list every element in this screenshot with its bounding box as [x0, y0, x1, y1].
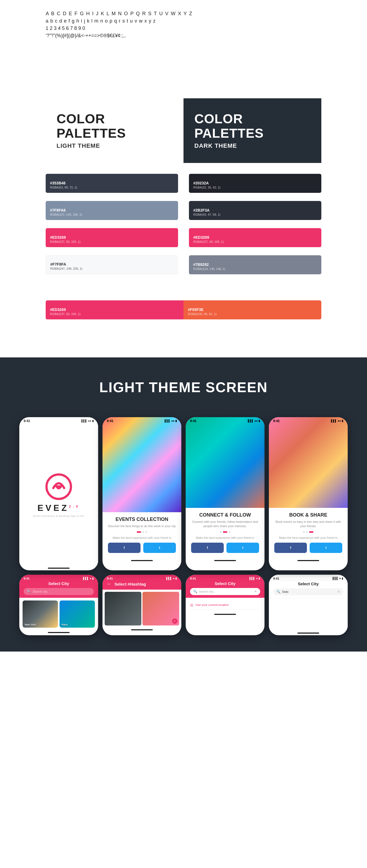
status-icons-splash: ▌▌▌ ●● ▮ [82, 419, 94, 422]
city1-grid: New York Paris [19, 598, 98, 630]
city1-header: Select City 🔍 Search city... [19, 580, 98, 598]
twitter-button-ob1[interactable]: t [143, 542, 176, 553]
signal-icon-city1: ▌▌▌ [83, 577, 89, 580]
swatch-7b8292: #7B8292 RGBA(123, 130, 146, 1) [189, 255, 321, 274]
onboard2-image: 9:41 ▌▌▌ ●● ▮ [186, 417, 264, 508]
hashtag-img-2[interactable]: ✓ [142, 592, 179, 625]
facebook-button-ob2[interactable]: f [191, 542, 224, 553]
onboard3-dots [274, 531, 342, 533]
status-icons-city3: ▌▌▌ ● ▮ [333, 577, 343, 580]
hashtag-grid: ✓ [103, 590, 181, 628]
onboard3-social-buttons: f t [274, 542, 342, 553]
battery-icon-ob3: ▮ [342, 419, 343, 422]
status-bar-onboard2: 9:41 ▌▌▌ ●● ▮ [186, 417, 264, 425]
status-bar-onboard3: 9:41 ▌▌▌ ●● ▮ [269, 417, 348, 425]
close-icon-city2[interactable]: ✕ [254, 590, 257, 593]
status-time-city1: 9:41 [24, 577, 30, 580]
dark-theme-label: DARK THEME [194, 142, 310, 149]
city1-search-placeholder: Search city... [33, 590, 50, 593]
close-icon-city3[interactable]: ✕ [337, 590, 340, 594]
phone-city2: 9:41 ▌▌▌ ● ▮ Select City 🔍 search-city..… [186, 575, 264, 635]
phones-section: 9:41 ▌▌▌ ●● ▮ EVEZ2.0 Event Discovery & … [0, 412, 367, 652]
dot-2-ob3 [306, 531, 308, 533]
city1-search-bar[interactable]: 🔍 Search city... [24, 588, 94, 595]
home-indicator-hashtag [131, 629, 153, 630]
city3-search-bar[interactable]: 🔍 Debi ✕ [273, 588, 343, 595]
hashtag-img-1[interactable] [105, 592, 141, 625]
swatches-section: #353B48 RGBA(53, 59, 72, 1) #7F8FA6 RGBA… [0, 174, 367, 300]
battery-icon-city2: ▮ [258, 577, 260, 580]
onboard1-bottom: EVENTS COLLECTION Discover the best thin… [103, 512, 181, 558]
status-time-ob1: 9:41 [107, 419, 113, 423]
onboard2-content: 9:41 ▌▌▌ ●● ▮ CONNECT & FOLLOW Connect w… [186, 417, 264, 558]
swatch-ed3269-light: #ED3269 RGBA(237, 50, 105, 1) [46, 228, 178, 247]
evez-logo-icon [45, 473, 72, 500]
status-icons-ob2: ▌▌▌ ●● ▮ [248, 419, 260, 422]
status-time-ob3: 9:41 [273, 419, 280, 423]
wifi-icon-splash: ●● [88, 419, 91, 422]
onboard3-bottom: BOOK & SHARE Book events so easy in two … [269, 508, 348, 558]
twitter-button-ob3[interactable]: t [310, 542, 342, 553]
phone-onboard1: 9:41 ▌▌▌ ●● ▮ EVENTS COLLECTION Discover… [103, 417, 181, 570]
onboard1-social-buttons: f t [108, 542, 176, 553]
onboard2-social-buttons: f t [191, 542, 259, 553]
phone-onboard2: 9:41 ▌▌▌ ●● ▮ CONNECT & FOLLOW Connect w… [186, 417, 264, 570]
onboard1-image: 9:41 ▌▌▌ ●● ▮ [103, 417, 181, 513]
city1-thumb-ny[interactable]: New York [23, 600, 58, 628]
status-icons-ob3: ▌▌▌ ●● ▮ [331, 419, 343, 422]
facebook-button-ob1[interactable]: f [108, 542, 141, 553]
swatch-20232a: #20232A RGBA(32, 35, 42, 1) [189, 174, 321, 193]
dark-section-banner: LIGHT THEME SCREEN [0, 358, 367, 412]
city2-search-bar[interactable]: 🔍 search-city... ✕ [190, 588, 260, 595]
status-time-city2: 9:41 [190, 577, 196, 580]
city1-label-ny: New York [25, 623, 36, 626]
search-icon-city2: 🔍 [193, 590, 197, 593]
hashtag-status-bar: 9:41 ▌▌▌ ● ▮ [103, 575, 181, 580]
facebook-button-ob3[interactable]: f [274, 542, 307, 553]
city3-header: Select City 🔍 Debi ✕ [269, 580, 348, 598]
dark-swatches-col: #20232A RGBA(32, 35, 42, 1) #2B2F3A RGBA… [189, 174, 321, 279]
color-palettes-title: COLOR PALETTES [57, 112, 173, 141]
location-row[interactable]: ◎ Use your current location [190, 600, 260, 610]
onboard2-subtitle: Make the best experience with your frien… [191, 536, 259, 539]
wifi-icon-city2: ● [256, 577, 258, 580]
back-arrow-icon[interactable]: ← [107, 581, 112, 587]
home-indicator-ob1 [131, 560, 153, 561]
onboard3-content: 9:41 ▌▌▌ ●● ▮ BOOK & SHARE Book events s… [269, 417, 348, 558]
home-indicator-city3 [298, 632, 319, 633]
onboard3-subtitle: Make the best experience with your frien… [274, 536, 342, 539]
twitter-icon-ob1: t [159, 546, 160, 550]
city1-thumb-paris[interactable]: Paris [59, 600, 95, 628]
signal-icon-splash: ▌▌▌ [82, 419, 87, 422]
dot-2 [142, 531, 144, 533]
swatch-353b48: #353B48 RGBA(53, 59, 72, 1) [46, 174, 178, 193]
wifi-icon-ob3: ●● [338, 419, 341, 422]
phone-hashtag: 9:41 ▌▌▌ ● ▮ ← Select #Hashtag ✓ [103, 575, 181, 635]
onboard1-desc: Discover the best things to do this week… [108, 524, 176, 528]
dark-theme-title-block: COLOR PALETTES DARK THEME [184, 98, 321, 163]
twitter-button-ob2[interactable]: t [226, 542, 259, 553]
phone-city1: 9:41 ▌▌▌ ● ▮ Select City 🔍 Search city..… [19, 575, 98, 635]
number-chars: 1 2 3 4 5 6 7 8 9 0 [46, 26, 321, 31]
home-indicator-ob2 [214, 560, 236, 561]
gradient-swatch-right: #F05F3E RGBA(240, 95, 62, 1) [184, 300, 321, 319]
dot-2-ob2 [223, 531, 227, 533]
hashtag-header: ← Select #Hashtag [103, 580, 181, 590]
status-time-hashtag: 9:41 [107, 577, 113, 580]
status-bar-onboard1: 9:41 ▌▌▌ ●● ▮ [103, 417, 181, 425]
onboard2-title: CONNECT & FOLLOW [191, 512, 259, 518]
status-time-ob2: 9:41 [190, 419, 197, 423]
dot-3-ob3 [309, 531, 313, 533]
phone-splash: 9:41 ▌▌▌ ●● ▮ EVEZ2.0 Event Discovery & … [19, 417, 98, 570]
light-theme-title-block: COLOR PALETTES LIGHT THEME [46, 98, 184, 163]
facebook-icon-ob3: f [290, 546, 291, 550]
facebook-icon-ob2: f [207, 546, 208, 550]
twitter-icon-ob2: t [242, 546, 243, 550]
status-time-splash: 9:41 [24, 419, 30, 423]
twitter-icon-ob3: t [326, 546, 327, 550]
onboard1-content: 9:41 ▌▌▌ ●● ▮ EVENTS COLLECTION Discover… [103, 417, 181, 558]
phones-row-1: 9:41 ▌▌▌ ●● ▮ EVEZ2.0 Event Discovery & … [0, 417, 367, 570]
battery-icon-hashtag: ▮ [175, 577, 177, 580]
city1-header-title: Select City [24, 581, 94, 586]
home-indicator-splash [48, 568, 69, 569]
